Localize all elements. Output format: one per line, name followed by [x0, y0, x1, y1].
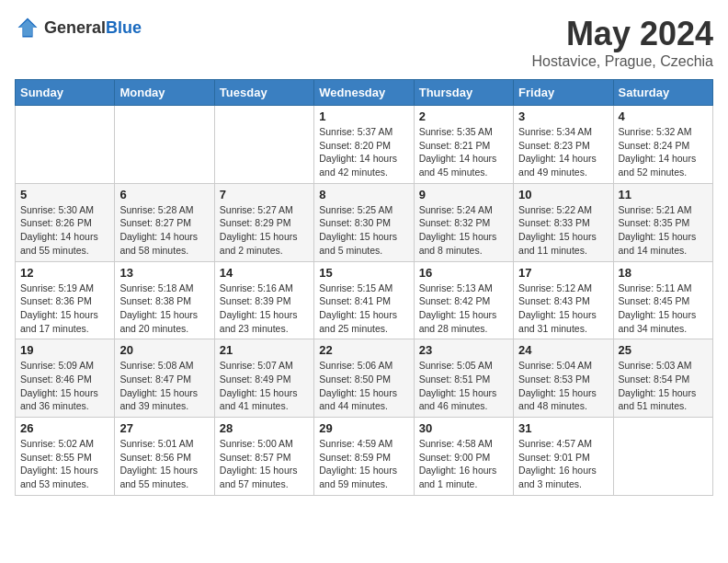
- calendar-week-row: 5Sunrise: 5:30 AMSunset: 8:26 PMDaylight…: [16, 183, 713, 261]
- calendar-cell: 1Sunrise: 5:37 AMSunset: 8:20 PMDaylight…: [314, 106, 414, 184]
- day-info: Sunrise: 5:16 AMSunset: 8:39 PMDaylight:…: [220, 282, 309, 336]
- calendar-week-row: 12Sunrise: 5:19 AMSunset: 8:36 PMDayligh…: [16, 261, 713, 339]
- calendar-cell: 3Sunrise: 5:34 AMSunset: 8:23 PMDaylight…: [514, 106, 613, 184]
- weekday-header-friday: Friday: [514, 80, 613, 106]
- calendar-cell: 7Sunrise: 5:27 AMSunset: 8:29 PMDaylight…: [214, 183, 313, 261]
- calendar-cell: 2Sunrise: 5:35 AMSunset: 8:21 PMDaylight…: [414, 106, 513, 184]
- logo-blue: Blue: [106, 18, 142, 37]
- day-number: 19: [20, 343, 109, 357]
- day-number: 24: [518, 343, 608, 357]
- weekday-header-tuesday: Tuesday: [214, 80, 313, 106]
- day-number: 27: [119, 421, 209, 435]
- day-number: 21: [220, 343, 309, 357]
- logo-general: General: [44, 18, 106, 37]
- calendar-cell: 13Sunrise: 5:18 AMSunset: 8:38 PMDayligh…: [115, 261, 214, 339]
- day-info: Sunrise: 5:01 AMSunset: 8:56 PMDaylight:…: [119, 437, 209, 491]
- day-info: Sunrise: 5:03 AMSunset: 8:54 PMDaylight:…: [619, 359, 708, 413]
- calendar-cell: 23Sunrise: 5:05 AMSunset: 8:51 PMDayligh…: [414, 339, 513, 418]
- day-number: 17: [518, 266, 608, 280]
- weekday-header-sunday: Sunday: [16, 80, 115, 106]
- calendar-cell: 18Sunrise: 5:11 AMSunset: 8:45 PMDayligh…: [613, 261, 712, 339]
- day-info: Sunrise: 5:05 AMSunset: 8:51 PMDaylight:…: [419, 359, 508, 413]
- calendar-cell: 10Sunrise: 5:22 AMSunset: 8:33 PMDayligh…: [514, 183, 613, 261]
- weekday-header-wednesday: Wednesday: [314, 80, 414, 106]
- day-info: Sunrise: 5:27 AMSunset: 8:29 PMDaylight:…: [220, 203, 309, 258]
- calendar-cell: 27Sunrise: 5:01 AMSunset: 8:56 PMDayligh…: [115, 418, 214, 496]
- day-info: Sunrise: 5:13 AMSunset: 8:42 PMDaylight:…: [419, 282, 508, 336]
- day-info: Sunrise: 5:07 AMSunset: 8:49 PMDaylight:…: [220, 359, 309, 413]
- day-number: 5: [20, 188, 109, 201]
- day-info: Sunrise: 4:57 AMSunset: 9:01 PMDaylight:…: [518, 437, 608, 491]
- day-info: Sunrise: 5:00 AMSunset: 8:57 PMDaylight:…: [220, 437, 309, 491]
- day-number: 16: [419, 266, 508, 280]
- calendar-cell: 9Sunrise: 5:24 AMSunset: 8:32 PMDaylight…: [414, 183, 513, 261]
- calendar-cell: [613, 418, 712, 496]
- calendar-cell: 14Sunrise: 5:16 AMSunset: 8:39 PMDayligh…: [214, 261, 313, 339]
- day-info: Sunrise: 5:37 AMSunset: 8:20 PMDaylight:…: [319, 125, 408, 179]
- calendar-cell: 22Sunrise: 5:06 AMSunset: 8:50 PMDayligh…: [314, 339, 414, 418]
- weekday-header-saturday: Saturday: [613, 80, 712, 106]
- day-number: 15: [319, 266, 408, 280]
- day-info: Sunrise: 5:25 AMSunset: 8:30 PMDaylight:…: [319, 203, 408, 258]
- calendar-cell: 25Sunrise: 5:03 AMSunset: 8:54 PMDayligh…: [613, 339, 712, 418]
- calendar-week-row: 26Sunrise: 5:02 AMSunset: 8:55 PMDayligh…: [16, 418, 713, 496]
- day-info: Sunrise: 5:22 AMSunset: 8:33 PMDaylight:…: [518, 203, 608, 258]
- calendar-location: Hostavice, Prague, Czechia: [532, 53, 713, 70]
- day-number: 25: [619, 343, 708, 357]
- day-info: Sunrise: 5:11 AMSunset: 8:45 PMDaylight:…: [619, 282, 708, 336]
- svg-marker-1: [19, 20, 36, 36]
- calendar-cell: 11Sunrise: 5:21 AMSunset: 8:35 PMDayligh…: [613, 183, 712, 261]
- logo-text: GeneralBlue: [44, 18, 142, 38]
- day-info: Sunrise: 5:32 AMSunset: 8:24 PMDaylight:…: [619, 125, 708, 179]
- calendar-cell: 16Sunrise: 5:13 AMSunset: 8:42 PMDayligh…: [414, 261, 513, 339]
- day-info: Sunrise: 5:28 AMSunset: 8:27 PMDaylight:…: [119, 203, 209, 258]
- day-info: Sunrise: 5:24 AMSunset: 8:32 PMDaylight:…: [419, 203, 508, 258]
- title-block: May 2024 Hostavice, Prague, Czechia: [532, 15, 713, 70]
- day-info: Sunrise: 4:58 AMSunset: 9:00 PMDaylight:…: [419, 437, 508, 491]
- calendar-cell: 17Sunrise: 5:12 AMSunset: 8:43 PMDayligh…: [514, 261, 613, 339]
- calendar-cell: 12Sunrise: 5:19 AMSunset: 8:36 PMDayligh…: [16, 261, 115, 339]
- day-number: 1: [319, 109, 408, 123]
- weekday-header-row: SundayMondayTuesdayWednesdayThursdayFrid…: [16, 80, 713, 106]
- calendar-cell: 8Sunrise: 5:25 AMSunset: 8:30 PMDaylight…: [314, 183, 414, 261]
- day-info: Sunrise: 5:19 AMSunset: 8:36 PMDaylight:…: [20, 282, 109, 336]
- day-number: 20: [119, 343, 209, 357]
- day-number: 3: [518, 109, 608, 123]
- calendar-cell: 20Sunrise: 5:08 AMSunset: 8:47 PMDayligh…: [115, 339, 214, 418]
- day-info: Sunrise: 5:06 AMSunset: 8:50 PMDaylight:…: [319, 359, 408, 413]
- calendar-table: SundayMondayTuesdayWednesdayThursdayFrid…: [15, 79, 713, 496]
- calendar-title: May 2024: [532, 15, 713, 53]
- day-number: 7: [220, 188, 309, 201]
- day-info: Sunrise: 5:09 AMSunset: 8:46 PMDaylight:…: [20, 359, 109, 413]
- day-number: 23: [419, 343, 508, 357]
- day-info: Sunrise: 5:21 AMSunset: 8:35 PMDaylight:…: [619, 203, 708, 258]
- day-number: 22: [319, 343, 408, 357]
- day-number: 4: [619, 109, 708, 123]
- day-number: 11: [619, 188, 708, 201]
- calendar-cell: 19Sunrise: 5:09 AMSunset: 8:46 PMDayligh…: [16, 339, 115, 418]
- day-info: Sunrise: 5:35 AMSunset: 8:21 PMDaylight:…: [419, 125, 508, 179]
- calendar-cell: 6Sunrise: 5:28 AMSunset: 8:27 PMDaylight…: [115, 183, 214, 261]
- calendar-cell: [16, 106, 115, 184]
- day-number: 9: [419, 188, 508, 201]
- day-number: 6: [119, 188, 209, 201]
- day-info: Sunrise: 5:34 AMSunset: 8:23 PMDaylight:…: [518, 125, 608, 179]
- calendar-cell: 31Sunrise: 4:57 AMSunset: 9:01 PMDayligh…: [514, 418, 613, 496]
- calendar-week-row: 19Sunrise: 5:09 AMSunset: 8:46 PMDayligh…: [16, 339, 713, 418]
- calendar-cell: 26Sunrise: 5:02 AMSunset: 8:55 PMDayligh…: [16, 418, 115, 496]
- calendar-cell: 28Sunrise: 5:00 AMSunset: 8:57 PMDayligh…: [214, 418, 313, 496]
- calendar-cell: 24Sunrise: 5:04 AMSunset: 8:53 PMDayligh…: [514, 339, 613, 418]
- calendar-cell: [214, 106, 313, 184]
- day-info: Sunrise: 5:30 AMSunset: 8:26 PMDaylight:…: [20, 203, 109, 258]
- day-info: Sunrise: 4:59 AMSunset: 8:59 PMDaylight:…: [319, 437, 408, 491]
- logo-icon: [15, 15, 40, 40]
- day-number: 26: [20, 421, 109, 435]
- day-number: 30: [419, 421, 508, 435]
- day-number: 31: [518, 421, 608, 435]
- calendar-cell: 15Sunrise: 5:15 AMSunset: 8:41 PMDayligh…: [314, 261, 414, 339]
- calendar-cell: 4Sunrise: 5:32 AMSunset: 8:24 PMDaylight…: [613, 106, 712, 184]
- day-number: 13: [119, 266, 209, 280]
- day-number: 14: [220, 266, 309, 280]
- day-info: Sunrise: 5:02 AMSunset: 8:55 PMDaylight:…: [20, 437, 109, 491]
- calendar-cell: 21Sunrise: 5:07 AMSunset: 8:49 PMDayligh…: [214, 339, 313, 418]
